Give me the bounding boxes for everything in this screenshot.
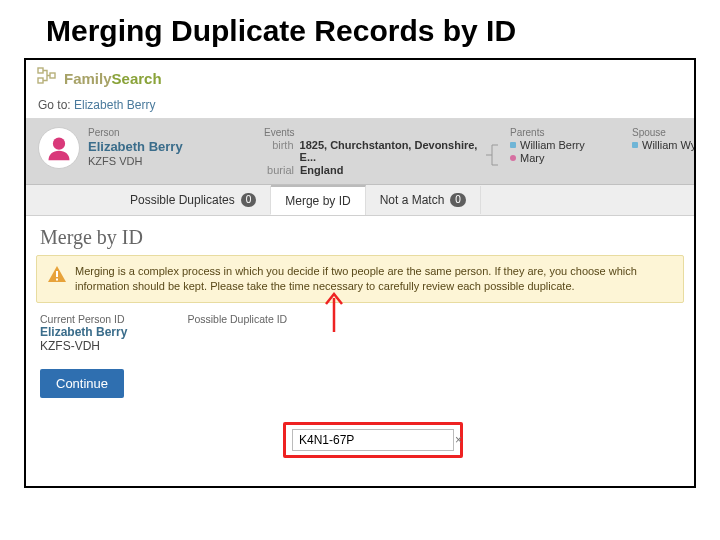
warning-banner: Merging is a complex process in which yo… bbox=[36, 255, 684, 303]
person-name[interactable]: Elizabeth Berry bbox=[88, 139, 228, 154]
event-value: 1825, Churchstanton, Devonshire, E... bbox=[300, 139, 494, 163]
female-bullet-icon bbox=[510, 155, 516, 161]
male-bullet-icon bbox=[510, 142, 516, 148]
tab-merge-by-id[interactable]: Merge by ID bbox=[271, 185, 365, 215]
duplicate-id-highlight: × bbox=[283, 422, 463, 458]
tab-label: Not a Match bbox=[380, 193, 445, 207]
tab-count: 0 bbox=[241, 193, 257, 207]
possible-duplicate-col: Possible Duplicate ID bbox=[187, 313, 287, 353]
app-frame: FamilySearch Go to: Elizabeth Berry Pers… bbox=[24, 58, 696, 488]
possible-id-label: Possible Duplicate ID bbox=[187, 313, 287, 325]
section-title: Merge by ID bbox=[26, 216, 694, 255]
current-id-label: Current Person ID bbox=[40, 313, 127, 325]
svg-point-3 bbox=[53, 138, 65, 150]
svg-rect-5 bbox=[56, 279, 58, 281]
col-spouse: Spouse William Wyatt bbox=[632, 127, 696, 151]
tabs: Possible Duplicates 0 Merge by ID Not a … bbox=[26, 185, 694, 216]
duplicate-id-input[interactable] bbox=[293, 433, 455, 447]
tab-not-a-match[interactable]: Not a Match 0 bbox=[366, 186, 481, 214]
person-summary: Person Elizabeth Berry KZFS VDH Events b… bbox=[26, 119, 694, 185]
brand-bar: FamilySearch bbox=[26, 60, 694, 94]
clear-input-icon[interactable]: × bbox=[455, 433, 462, 447]
warning-icon bbox=[47, 264, 67, 284]
person-id: KZFS VDH bbox=[88, 155, 228, 167]
parent-name: William Berry bbox=[520, 139, 585, 151]
svg-rect-4 bbox=[56, 271, 58, 277]
event-key: birth bbox=[264, 139, 294, 151]
slide-title: Merging Duplicate Records by ID bbox=[0, 0, 720, 58]
label-parents: Parents bbox=[510, 127, 620, 138]
current-name: Elizabeth Berry bbox=[40, 325, 127, 339]
event-key: burial bbox=[264, 164, 294, 176]
parent-row[interactable]: William Berry bbox=[510, 139, 620, 151]
tab-count: 0 bbox=[450, 193, 466, 207]
parent-row[interactable]: Mary bbox=[510, 152, 620, 164]
current-id: KZFS-VDH bbox=[40, 339, 127, 353]
goto-link[interactable]: Elizabeth Berry bbox=[74, 98, 155, 112]
label-spouse: Spouse bbox=[632, 127, 696, 138]
col-parents: Parents William Berry Mary bbox=[510, 127, 620, 164]
rel-tree-icon bbox=[484, 141, 500, 169]
male-bullet-icon bbox=[632, 142, 638, 148]
duplicate-id-input-wrap: × bbox=[292, 429, 454, 451]
brand-text-search: Search bbox=[112, 70, 162, 87]
current-person-col: Current Person ID Elizabeth Berry KZFS-V… bbox=[40, 313, 127, 353]
event-value: England bbox=[300, 164, 343, 176]
goto-bar: Go to: Elizabeth Berry bbox=[26, 94, 694, 119]
col-person: Person Elizabeth Berry KZFS VDH bbox=[88, 127, 228, 167]
id-columns: Current Person ID Elizabeth Berry KZFS-V… bbox=[26, 311, 694, 359]
event-row: burial England bbox=[264, 164, 494, 176]
label-events: Events bbox=[264, 127, 494, 138]
avatar bbox=[38, 127, 80, 169]
spouse-name: William Wyatt bbox=[642, 139, 696, 151]
tab-label: Merge by ID bbox=[285, 194, 350, 208]
tab-possible-duplicates[interactable]: Possible Duplicates 0 bbox=[116, 186, 271, 214]
spouse-row[interactable]: William Wyatt bbox=[632, 139, 696, 151]
event-row: birth 1825, Churchstanton, Devonshire, E… bbox=[264, 139, 494, 163]
col-events: Events birth 1825, Churchstanton, Devons… bbox=[264, 127, 494, 176]
tab-label: Possible Duplicates bbox=[130, 193, 235, 207]
parent-name: Mary bbox=[520, 152, 544, 164]
brand-text-family: Family bbox=[64, 70, 112, 87]
continue-button[interactable]: Continue bbox=[40, 369, 124, 398]
label-person: Person bbox=[88, 127, 228, 138]
svg-rect-2 bbox=[50, 73, 55, 78]
svg-rect-0 bbox=[38, 68, 43, 73]
up-arrow-annotation-icon bbox=[322, 288, 346, 334]
logo-tree-icon bbox=[36, 66, 60, 90]
warning-text: Merging is a complex process in which yo… bbox=[75, 264, 673, 294]
svg-rect-1 bbox=[38, 78, 43, 83]
goto-label: Go to: bbox=[38, 98, 74, 112]
